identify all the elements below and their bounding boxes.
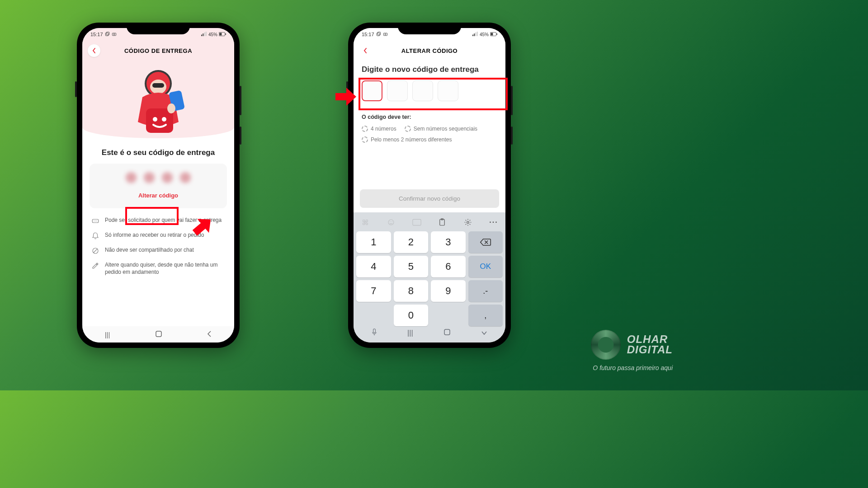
code-digit-blur [125,172,137,183]
svg-rect-26 [156,331,161,337]
chevron-left-icon [92,48,96,53]
backspace-icon [480,238,491,246]
back-button[interactable] [359,44,372,57]
alterar-codigo-button[interactable]: Alterar código [132,189,184,202]
battery-text: 45% [208,32,217,37]
pencil-icon [91,262,99,270]
main-title: Digite o novo código de entrega [362,65,497,74]
svg-rect-14 [152,83,164,88]
svg-rect-28 [377,32,380,34]
svg-line-25 [94,249,98,253]
rule-item: 4 números [362,126,396,132]
images-icon [376,32,381,38]
svg-rect-4 [201,35,202,36]
rule-text: Sem números sequenciais [414,126,477,132]
status-time: 15:17 [362,32,374,37]
gif-icon[interactable] [411,217,422,228]
back-button[interactable] [88,44,100,57]
svg-point-40 [392,221,392,222]
svg-rect-9 [219,33,222,35]
rule-text: Pelo menos 2 números diferentes [371,136,452,143]
mic-icon[interactable] [372,328,377,338]
recent-apps-button[interactable]: ||| [407,329,413,337]
key-3[interactable]: 3 [431,231,466,253]
android-nav-bar: ||| [82,326,234,343]
svg-rect-10 [225,33,226,34]
recent-apps-button[interactable]: ||| [105,331,110,338]
svg-rect-6 [204,33,205,36]
bell-icon [91,232,99,240]
code-digit-blur [143,172,155,183]
key-7[interactable]: 7 [356,280,391,302]
rule-item: Pelo menos 2 números diferentes [362,136,452,143]
unchecked-icon [362,136,368,143]
keypad-grid: 1 2 3 4 5 6 OK 7 8 9 .- 0 [356,231,503,326]
volume-button [240,86,241,115]
annotation-highlight-box [359,78,508,110]
empty-key [356,305,391,326]
gear-icon[interactable] [462,217,473,228]
phone-notch [127,23,190,34]
svg-rect-29 [383,33,387,36]
confirm-button[interactable]: Confirmar novo código [360,189,499,208]
back-nav-button[interactable] [207,331,212,338]
phone-left: 15:17 45% CÓDIGO [77,23,240,348]
puzzle-icon[interactable] [360,217,371,228]
brand-ring-icon [591,330,621,360]
emoji-icon[interactable] [386,217,396,228]
code-digit-blur [161,172,173,183]
home-button[interactable] [443,328,451,338]
key-2[interactable]: 2 [394,231,429,253]
brand-line2: DIGITAL [627,345,673,355]
clipboard-icon[interactable] [437,217,448,228]
app-header: ALTERAR CÓDIGO [354,41,505,61]
ok-key[interactable]: OK [468,256,503,277]
power-button [240,127,241,145]
key-4[interactable]: 4 [356,256,391,277]
signal-icon [472,32,478,37]
key-5[interactable]: 5 [394,256,429,277]
empty-key [431,305,466,326]
phone-notch [398,23,461,34]
key-0[interactable]: 0 [394,305,429,326]
screen-left: 15:17 45% CÓDIGO [82,28,234,343]
keyboard-nav-bar: ||| [356,326,503,340]
info-text: Altere quando quiser, desde que não tenh… [105,261,225,276]
header-title: ALTERAR CÓDIGO [401,47,458,54]
svg-rect-33 [475,33,476,36]
images-icon [105,32,110,38]
svg-rect-2 [112,33,116,36]
code-card: Alterar código [90,164,227,208]
backspace-key[interactable] [468,231,503,253]
side-button [75,81,77,97]
more-icon[interactable]: ··· [488,217,499,228]
svg-rect-5 [203,33,203,36]
svg-rect-1 [106,32,109,34]
battery-icon [219,32,226,37]
hide-keyboard-button[interactable] [481,329,487,337]
svg-point-17 [162,117,166,122]
key-1[interactable]: 1 [356,231,391,253]
blurred-code [95,172,222,183]
annotation-highlight-box [125,207,179,225]
main-title: Este é o seu código de entrega [91,148,225,157]
comma-key[interactable]: , [468,305,503,326]
rule-text: 4 números [371,126,396,132]
info-item: Não deve ser compartilhado por chat [91,246,225,255]
key-6[interactable]: 6 [431,256,466,277]
info-text: Não deve ser compartilhado por chat [105,246,194,253]
svg-point-22 [95,221,96,221]
rule-list: 4 números Sem números sequenciais Pelo m… [362,126,497,143]
svg-point-38 [388,220,394,225]
key-9[interactable]: 9 [431,280,466,302]
svg-rect-7 [206,32,207,36]
content-left: Este é o seu código de entrega Alterar c… [82,61,234,326]
punct-key[interactable]: .- [468,280,503,302]
delivery-person-icon [124,63,192,136]
header-title: CÓDIGO DE ENTREGA [124,47,192,54]
phone-right: 15:17 45% ALTERAR CÓDIGO Digite o novo c… [348,23,511,348]
home-button[interactable] [155,330,162,339]
info-item: Altere quando quiser, desde que não tenh… [91,261,225,276]
key-8[interactable]: 8 [394,280,429,302]
block-icon [91,247,99,255]
